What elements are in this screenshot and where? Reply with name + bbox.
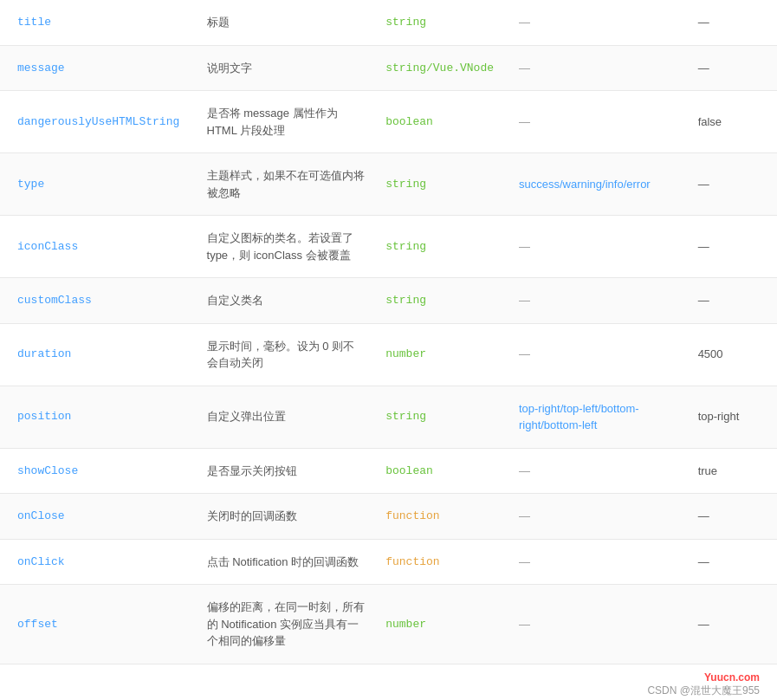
- table-row: onClose关闭时的回调函数function——: [0, 494, 777, 540]
- table-row: message说明文字string/Vue.VNode——: [0, 45, 777, 91]
- prop-description: 是否将 message 属性作为 HTML 片段处理: [197, 91, 376, 153]
- prop-type: string: [375, 153, 508, 216]
- table-row: dangerouslyUseHTMLString是否将 message 属性作为…: [0, 91, 777, 153]
- prop-description: 点击 Notification 时的回调函数: [197, 539, 376, 585]
- prop-accepted-values: —: [508, 45, 688, 91]
- prop-name: duration: [0, 323, 197, 386]
- prop-accepted-values: —: [508, 91, 688, 153]
- prop-accepted-values: —: [508, 585, 688, 664]
- table-row: type主题样式，如果不在可选值内将被忽略stringsuccess/warni…: [0, 153, 777, 216]
- prop-default: true: [688, 448, 777, 494]
- yuucn-watermark: Yuucn.com: [704, 671, 760, 684]
- prop-description: 主题样式，如果不在可选值内将被忽略: [197, 153, 376, 216]
- prop-name: onClick: [0, 539, 197, 585]
- prop-type: string: [375, 278, 508, 324]
- prop-default: —: [688, 153, 777, 216]
- prop-description: 偏移的距离，在同一时刻，所有的 Notification 实例应当具有一个相同的…: [197, 585, 376, 664]
- prop-default: —: [688, 0, 777, 45]
- prop-description: 显示时间，毫秒。设为 0 则不会自动关闭: [197, 323, 376, 386]
- prop-type: string: [375, 386, 508, 448]
- prop-name: offset: [0, 585, 197, 664]
- prop-accepted-values: top-right/top-left/bottom-right/bottom-l…: [508, 386, 688, 448]
- prop-default: —: [688, 216, 777, 278]
- table-row: showClose是否显示关闭按钮boolean—true: [0, 448, 777, 494]
- prop-name: iconClass: [0, 216, 197, 278]
- prop-type: boolean: [375, 91, 508, 153]
- prop-type: string: [375, 0, 508, 45]
- prop-accepted-values: —: [508, 539, 688, 585]
- prop-type: number: [375, 323, 508, 386]
- prop-name: showClose: [0, 448, 197, 494]
- prop-type: string: [375, 216, 508, 278]
- prop-name: type: [0, 153, 197, 216]
- table-row: title标题string——: [0, 0, 777, 45]
- prop-description: 自定义类名: [197, 278, 376, 324]
- api-table: title标题string——message说明文字string/Vue.VNo…: [0, 0, 777, 664]
- prop-accepted-values: —: [508, 448, 688, 494]
- prop-type: number: [375, 585, 508, 664]
- table-row: customClass自定义类名string——: [0, 278, 777, 324]
- prop-description: 自定义图标的类名。若设置了 type，则 iconClass 会被覆盖: [197, 216, 376, 278]
- prop-default: 4500: [688, 323, 777, 386]
- table-row: duration显示时间，毫秒。设为 0 则不会自动关闭number—4500: [0, 323, 777, 386]
- prop-description: 标题: [197, 0, 376, 45]
- prop-accepted-values: —: [508, 0, 688, 45]
- prop-default: top-right: [688, 386, 777, 448]
- api-table-container: title标题string——message说明文字string/Vue.VNo…: [0, 0, 777, 700]
- prop-default: —: [688, 539, 777, 585]
- prop-type: string/Vue.VNode: [375, 45, 508, 91]
- prop-description: 说明文字: [197, 45, 376, 91]
- table-row: onClick点击 Notification 时的回调函数function——: [0, 539, 777, 585]
- prop-name: position: [0, 386, 197, 448]
- prop-type: function: [375, 539, 508, 585]
- prop-type: function: [375, 494, 508, 540]
- prop-default: —: [688, 278, 777, 324]
- prop-name: dangerouslyUseHTMLString: [0, 91, 197, 153]
- prop-accepted-values: —: [508, 216, 688, 278]
- prop-description: 关闭时的回调函数: [197, 494, 376, 540]
- prop-name: onClose: [0, 494, 197, 540]
- prop-default: —: [688, 585, 777, 664]
- table-row: offset偏移的距离，在同一时刻，所有的 Notification 实例应当具…: [0, 585, 777, 664]
- watermark: Yuucn.com CSDN @混世大魔王955: [0, 664, 777, 701]
- prop-default: false: [688, 91, 777, 153]
- prop-name: title: [0, 0, 197, 45]
- prop-accepted-values: —: [508, 278, 688, 324]
- prop-accepted-values: —: [508, 494, 688, 540]
- prop-accepted-values: success/warning/info/error: [508, 153, 688, 216]
- prop-description: 自定义弹出位置: [197, 386, 376, 448]
- prop-type: boolean: [375, 448, 508, 494]
- table-row: iconClass自定义图标的类名。若设置了 type，则 iconClass …: [0, 216, 777, 278]
- prop-default: —: [688, 45, 777, 91]
- prop-default: —: [688, 494, 777, 540]
- table-row: position自定义弹出位置stringtop-right/top-left/…: [0, 386, 777, 448]
- prop-name: customClass: [0, 278, 197, 324]
- prop-description: 是否显示关闭按钮: [197, 448, 376, 494]
- csdn-watermark: CSDN @混世大魔王955: [647, 684, 760, 697]
- prop-name: message: [0, 45, 197, 91]
- prop-accepted-values: —: [508, 323, 688, 386]
